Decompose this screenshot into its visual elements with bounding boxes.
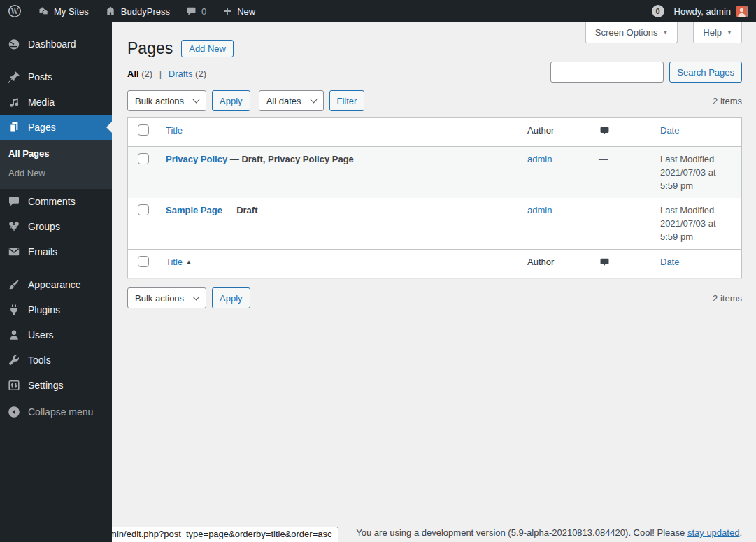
- filter-all-link[interactable]: All: [127, 69, 139, 79]
- sidebar-item-label: Groups: [28, 220, 60, 233]
- sidebar-item-groups[interactable]: Groups: [0, 214, 112, 239]
- all-dates-label: All dates: [266, 96, 301, 106]
- sidebar-item-label: Media: [28, 96, 55, 108]
- sidebar-item-media[interactable]: Media: [0, 90, 112, 115]
- filter-button[interactable]: Filter: [329, 90, 365, 111]
- sidebar-item-label: Settings: [28, 379, 64, 392]
- sidebar-item-emails[interactable]: Emails: [0, 239, 112, 264]
- select-all-checkbox[interactable]: [138, 256, 149, 267]
- sort-by-title-link[interactable]: Title: [166, 125, 183, 136]
- collapse-menu-button[interactable]: Collapse menu: [0, 399, 112, 425]
- sidebar-item-settings[interactable]: Settings: [0, 373, 112, 398]
- page-title-link[interactable]: Privacy Policy: [166, 154, 227, 164]
- row-author-cell: admin: [520, 147, 592, 171]
- sidebar-item-label: Posts: [28, 71, 52, 83]
- search-pages-button[interactable]: Search Pages: [669, 62, 742, 83]
- media-icon: [7, 95, 21, 109]
- sidebar-item-label: Comments: [28, 195, 76, 208]
- column-header-comments: [592, 118, 653, 146]
- sort-by-title-link[interactable]: Title: [166, 257, 183, 267]
- items-count: 2 items: [713, 96, 742, 106]
- author-link[interactable]: admin: [527, 205, 552, 215]
- update-count-badge[interactable]: 0: [652, 5, 664, 17]
- table-row: Sample Page — Draft admin — Last Modifie…: [128, 198, 741, 249]
- plug-icon: [7, 303, 21, 317]
- row-checkbox-cell: [128, 147, 159, 170]
- footer-version-suffix: .: [739, 527, 742, 538]
- help-button[interactable]: Help ▼: [693, 22, 742, 43]
- screen-options-button[interactable]: Screen Options ▼: [585, 22, 678, 43]
- comment-count-badge: 0: [201, 6, 206, 17]
- home-icon: [104, 5, 117, 17]
- sort-by-date-link[interactable]: Date: [660, 257, 679, 267]
- sidebar-item-posts[interactable]: Posts: [0, 64, 112, 90]
- envelope-icon: [7, 245, 21, 259]
- wordpress-logo-menu[interactable]: W: [0, 0, 29, 22]
- collapse-arrow-icon: [7, 405, 21, 419]
- sidebar-item-appearance[interactable]: Appearance: [0, 272, 112, 297]
- comments-bubble-icon: [185, 6, 197, 17]
- post-state: Draft: [236, 205, 257, 215]
- title-state-separator: —: [227, 154, 241, 164]
- author-link[interactable]: admin: [527, 154, 552, 164]
- select-all-checkbox[interactable]: [138, 124, 149, 136]
- apply-button[interactable]: Apply: [212, 90, 250, 111]
- apply-button[interactable]: Apply: [212, 287, 250, 308]
- help-label: Help: [703, 27, 722, 38]
- submenu-item-all-pages[interactable]: All Pages: [0, 144, 112, 164]
- all-dates-select[interactable]: All dates: [259, 90, 324, 111]
- footer-version-text: You are using a development version (5.9…: [356, 527, 742, 538]
- row-checkbox[interactable]: [138, 204, 149, 215]
- site-menu[interactable]: BuddyPress: [97, 0, 178, 22]
- stay-updated-link[interactable]: stay updated: [687, 527, 739, 538]
- row-checkbox[interactable]: [138, 153, 149, 164]
- multisite-icon: [37, 5, 50, 17]
- collapse-menu-label: Collapse menu: [28, 406, 93, 418]
- sidebar-item-users[interactable]: Users: [0, 322, 112, 348]
- screen-options-label: Screen Options: [595, 27, 658, 38]
- howdy-account-menu[interactable]: Howdy, admin: [674, 6, 731, 17]
- chevron-down-icon: [193, 96, 200, 103]
- sort-ascending-icon: ▲: [186, 259, 192, 265]
- brush-icon: [7, 278, 21, 292]
- pages-list-table: Title Author Date Privacy Policy — Draft…: [127, 117, 742, 278]
- filter-drafts-link[interactable]: Drafts: [169, 69, 193, 79]
- page-title-link[interactable]: Sample Page: [166, 205, 222, 215]
- wordpress-logo-icon: W: [8, 4, 22, 18]
- footer-column-title: Title▲: [159, 250, 520, 274]
- caret-down-icon: ▼: [727, 29, 732, 36]
- comments-column-icon: [599, 257, 611, 269]
- submenu-item-add-new[interactable]: Add New: [0, 164, 112, 183]
- bulk-actions-select[interactable]: Bulk actions: [127, 90, 206, 111]
- sidebar-item-pages[interactable]: Pages: [0, 115, 112, 140]
- my-sites-label: My Sites: [54, 6, 89, 17]
- sidebar-item-label: Emails: [28, 245, 57, 258]
- sidebar-item-dashboard[interactable]: Dashboard: [0, 31, 112, 57]
- new-label: New: [237, 6, 255, 17]
- row-title-cell: Sample Page — Draft: [159, 198, 520, 222]
- admin-bar-right: 0 Howdy, admin: [652, 0, 756, 22]
- add-new-button[interactable]: Add New: [181, 40, 234, 57]
- footer-column-date: Date: [653, 250, 741, 274]
- sort-by-date-link[interactable]: Date: [660, 125, 679, 136]
- row-date-cell: Last Modified 2021/07/03 at 5:59 pm: [653, 198, 741, 249]
- column-header-title: Title: [159, 118, 520, 143]
- row-title-cell: Privacy Policy — Draft, Privacy Policy P…: [159, 147, 520, 171]
- sidebar-item-tools[interactable]: Tools: [0, 348, 112, 373]
- items-count: 2 items: [713, 293, 742, 304]
- user-avatar[interactable]: [736, 6, 748, 17]
- caret-down-icon: ▼: [662, 29, 668, 36]
- sidebar-item-label: Dashboard: [28, 38, 76, 50]
- search-input[interactable]: [550, 62, 664, 83]
- sidebar-item-comments[interactable]: Comments: [0, 189, 112, 214]
- my-sites-menu[interactable]: My Sites: [29, 0, 97, 22]
- bulk-actions-label: Bulk actions: [135, 293, 184, 304]
- footer-version-prefix: You are using a development version (5.9…: [356, 527, 687, 538]
- bulk-actions-select[interactable]: Bulk actions: [127, 287, 206, 308]
- main-content: Screen Options ▼ Help ▼ Pages Add New Al…: [112, 22, 756, 542]
- pages-submenu: All Pages Add New: [0, 140, 112, 189]
- new-content-menu[interactable]: New: [214, 0, 263, 22]
- sidebar-item-plugins[interactable]: Plugins: [0, 297, 112, 322]
- admin-bar-comments[interactable]: 0: [178, 0, 214, 22]
- table-footer-row: Title▲ Author Date: [128, 249, 741, 278]
